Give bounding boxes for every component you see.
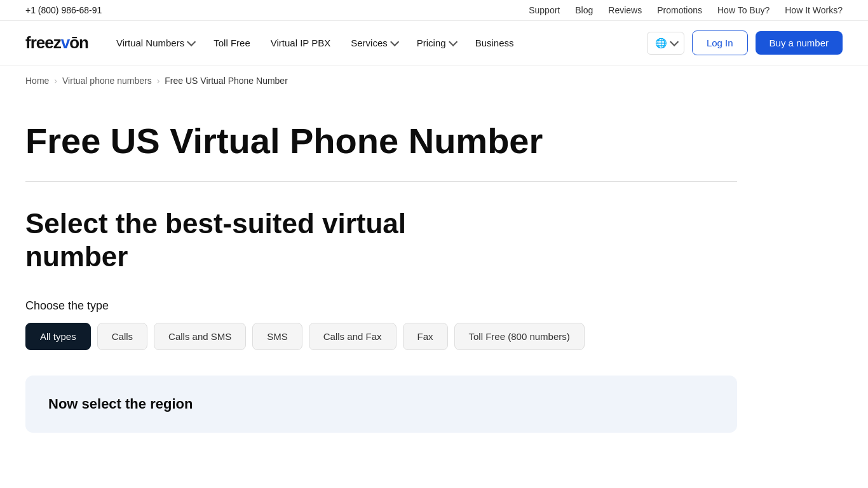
breadcrumb-home[interactable]: Home <box>25 76 49 86</box>
nav-pricing[interactable]: Pricing <box>409 32 463 53</box>
filter-calls-sms[interactable]: Calls and SMS <box>154 323 246 350</box>
nav-toll-free[interactable]: Toll Free <box>206 32 258 53</box>
filter-calls[interactable]: Calls <box>97 323 147 350</box>
filter-toll-free[interactable]: Toll Free (800 numbers) <box>454 323 585 350</box>
globe-icon: 🌐 <box>655 37 667 49</box>
breadcrumb-virtual-numbers[interactable]: Virtual phone numbers <box>62 76 152 86</box>
main-content: Free US Virtual Phone Number Select the … <box>0 96 763 433</box>
nav-business[interactable]: Business <box>468 32 522 53</box>
reviews-link[interactable]: Reviews <box>608 5 642 15</box>
how-to-buy-link[interactable]: How To Buy? <box>717 5 770 15</box>
chevron-down-icon <box>390 37 399 46</box>
breadcrumb-current: Free US Virtual Phone Number <box>165 76 288 86</box>
filter-sms[interactable]: SMS <box>252 323 302 350</box>
main-nav: freezvōn Virtual Numbers Toll Free Virtu… <box>0 21 868 65</box>
region-title: Now select the region <box>48 396 714 412</box>
breadcrumb: Home › Virtual phone numbers › Free US V… <box>0 65 868 96</box>
buy-number-button[interactable]: Buy a number <box>756 31 843 55</box>
breadcrumb-separator: › <box>157 76 160 86</box>
logo[interactable]: freezvōn <box>25 33 88 53</box>
choose-type-label: Choose the type <box>25 299 737 313</box>
language-selector[interactable]: 🌐 <box>647 32 684 55</box>
phone-number: +1 (800) 986-68-91 <box>25 5 102 15</box>
nav-services[interactable]: Services <box>343 32 404 53</box>
breadcrumb-separator: › <box>54 76 57 86</box>
region-section: Now select the region <box>25 376 737 433</box>
chevron-down-icon <box>449 37 458 46</box>
chevron-down-icon <box>670 37 679 46</box>
section-title: Select the best-suited virtual number <box>25 207 407 274</box>
top-bar-links: Support Blog Reviews Promotions How To B… <box>529 5 843 15</box>
type-filters: All types Calls Calls and SMS SMS Calls … <box>25 323 737 350</box>
filter-all-types[interactable]: All types <box>25 323 91 350</box>
support-link[interactable]: Support <box>529 5 560 15</box>
chevron-down-icon <box>187 37 196 46</box>
page-title: Free US Virtual Phone Number <box>25 121 737 161</box>
filter-fax[interactable]: Fax <box>403 323 448 350</box>
nav-virtual-ip-pbx[interactable]: Virtual IP PBX <box>263 32 339 53</box>
filter-calls-fax[interactable]: Calls and Fax <box>309 323 397 350</box>
top-bar: +1 (800) 986-68-91 Support Blog Reviews … <box>0 0 868 21</box>
login-button[interactable]: Log In <box>692 30 748 55</box>
nav-links: Virtual Numbers Toll Free Virtual IP PBX… <box>109 32 522 53</box>
nav-left: freezvōn Virtual Numbers Toll Free Virtu… <box>25 32 522 53</box>
divider <box>25 181 737 182</box>
nav-right: 🌐 Log In Buy a number <box>647 30 843 55</box>
blog-link[interactable]: Blog <box>575 5 593 15</box>
how-it-works-link[interactable]: How It Works? <box>785 5 843 15</box>
nav-virtual-numbers[interactable]: Virtual Numbers <box>109 32 201 53</box>
promotions-link[interactable]: Promotions <box>657 5 702 15</box>
